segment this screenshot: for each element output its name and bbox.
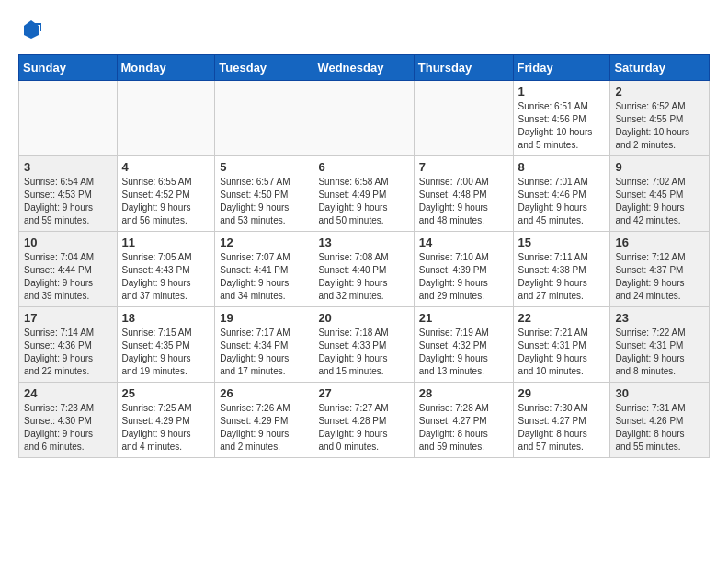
calendar-cell: 19Sunrise: 7:17 AM Sunset: 4:34 PM Dayli… <box>215 307 313 383</box>
calendar-week-0: 1Sunrise: 6:51 AM Sunset: 4:56 PM Daylig… <box>19 81 710 156</box>
day-number: 21 <box>419 311 508 325</box>
header <box>18 18 710 45</box>
day-number: 11 <box>122 236 210 249</box>
calendar-cell: 26Sunrise: 7:26 AM Sunset: 4:29 PM Dayli… <box>215 383 313 458</box>
calendar-week-1: 3Sunrise: 6:54 AM Sunset: 4:53 PM Daylig… <box>19 156 710 232</box>
calendar-cell <box>117 81 215 156</box>
day-info: Sunrise: 7:10 AM Sunset: 4:39 PM Dayligh… <box>419 251 508 303</box>
logo-icon <box>20 18 42 40</box>
day-number: 20 <box>318 311 408 325</box>
logo <box>18 18 42 45</box>
day-number: 23 <box>615 311 704 325</box>
calendar-cell: 2Sunrise: 6:52 AM Sunset: 4:55 PM Daylig… <box>610 81 710 156</box>
day-info: Sunrise: 7:12 AM Sunset: 4:37 PM Dayligh… <box>615 251 704 303</box>
day-info: Sunrise: 7:30 AM Sunset: 4:27 PM Dayligh… <box>518 402 606 454</box>
calendar-cell: 3Sunrise: 6:54 AM Sunset: 4:53 PM Daylig… <box>19 156 118 232</box>
day-number: 14 <box>419 236 508 249</box>
day-info: Sunrise: 7:15 AM Sunset: 4:35 PM Dayligh… <box>122 327 210 378</box>
day-info: Sunrise: 7:14 AM Sunset: 4:36 PM Dayligh… <box>24 327 112 378</box>
calendar-header-monday: Monday <box>117 55 215 81</box>
day-info: Sunrise: 6:55 AM Sunset: 4:52 PM Dayligh… <box>122 176 210 227</box>
calendar-week-2: 10Sunrise: 7:04 AM Sunset: 4:44 PM Dayli… <box>19 232 710 307</box>
day-number: 27 <box>318 386 408 400</box>
calendar-week-3: 17Sunrise: 7:14 AM Sunset: 4:36 PM Dayli… <box>19 307 710 383</box>
calendar-cell: 8Sunrise: 7:01 AM Sunset: 4:46 PM Daylig… <box>513 156 610 232</box>
calendar-cell <box>414 81 513 156</box>
day-number: 2 <box>615 85 704 98</box>
calendar-cell: 22Sunrise: 7:21 AM Sunset: 4:31 PM Dayli… <box>513 307 610 383</box>
calendar-cell: 14Sunrise: 7:10 AM Sunset: 4:39 PM Dayli… <box>414 232 513 307</box>
day-info: Sunrise: 7:25 AM Sunset: 4:29 PM Dayligh… <box>122 402 210 454</box>
day-number: 19 <box>220 311 308 325</box>
day-number: 4 <box>122 160 210 174</box>
day-info: Sunrise: 6:57 AM Sunset: 4:50 PM Dayligh… <box>220 176 308 227</box>
day-number: 25 <box>122 386 210 400</box>
day-info: Sunrise: 7:23 AM Sunset: 4:30 PM Dayligh… <box>24 402 112 454</box>
day-info: Sunrise: 7:31 AM Sunset: 4:26 PM Dayligh… <box>615 402 704 454</box>
day-info: Sunrise: 7:21 AM Sunset: 4:31 PM Dayligh… <box>518 327 606 378</box>
day-number: 13 <box>318 236 408 249</box>
calendar-header-tuesday: Tuesday <box>215 55 313 81</box>
day-number: 10 <box>24 236 112 249</box>
calendar-cell: 20Sunrise: 7:18 AM Sunset: 4:33 PM Dayli… <box>313 307 414 383</box>
day-info: Sunrise: 7:01 AM Sunset: 4:46 PM Dayligh… <box>518 176 606 227</box>
day-number: 16 <box>615 236 704 249</box>
day-info: Sunrise: 6:51 AM Sunset: 4:56 PM Dayligh… <box>518 100 606 152</box>
day-info: Sunrise: 7:08 AM Sunset: 4:40 PM Dayligh… <box>318 251 408 303</box>
day-info: Sunrise: 6:54 AM Sunset: 4:53 PM Dayligh… <box>24 176 112 227</box>
calendar-cell: 9Sunrise: 7:02 AM Sunset: 4:45 PM Daylig… <box>610 156 710 232</box>
calendar-cell: 24Sunrise: 7:23 AM Sunset: 4:30 PM Dayli… <box>19 383 118 458</box>
calendar-header-thursday: Thursday <box>414 55 513 81</box>
day-number: 6 <box>318 160 408 174</box>
day-number: 3 <box>24 160 112 174</box>
calendar-cell <box>313 81 414 156</box>
day-info: Sunrise: 7:26 AM Sunset: 4:29 PM Dayligh… <box>220 402 308 454</box>
calendar-header-sunday: Sunday <box>19 55 118 81</box>
calendar-cell: 11Sunrise: 7:05 AM Sunset: 4:43 PM Dayli… <box>117 232 215 307</box>
calendar-cell: 1Sunrise: 6:51 AM Sunset: 4:56 PM Daylig… <box>513 81 610 156</box>
day-number: 1 <box>518 85 606 98</box>
day-number: 9 <box>615 160 704 174</box>
calendar-cell: 10Sunrise: 7:04 AM Sunset: 4:44 PM Dayli… <box>19 232 118 307</box>
day-number: 7 <box>419 160 508 174</box>
calendar-header-row: SundayMondayTuesdayWednesdayThursdayFrid… <box>19 55 710 81</box>
calendar-cell: 17Sunrise: 7:14 AM Sunset: 4:36 PM Dayli… <box>19 307 118 383</box>
calendar-cell: 13Sunrise: 7:08 AM Sunset: 4:40 PM Dayli… <box>313 232 414 307</box>
calendar-cell: 30Sunrise: 7:31 AM Sunset: 4:26 PM Dayli… <box>610 383 710 458</box>
day-info: Sunrise: 7:28 AM Sunset: 4:27 PM Dayligh… <box>419 402 508 454</box>
day-number: 12 <box>220 236 308 249</box>
day-number: 24 <box>24 386 112 400</box>
calendar-header-wednesday: Wednesday <box>313 55 414 81</box>
day-info: Sunrise: 7:22 AM Sunset: 4:31 PM Dayligh… <box>615 327 704 378</box>
day-number: 26 <box>220 386 308 400</box>
page: SundayMondayTuesdayWednesdayThursdayFrid… <box>0 0 728 467</box>
calendar-cell: 28Sunrise: 7:28 AM Sunset: 4:27 PM Dayli… <box>414 383 513 458</box>
calendar-cell: 12Sunrise: 7:07 AM Sunset: 4:41 PM Dayli… <box>215 232 313 307</box>
day-info: Sunrise: 7:04 AM Sunset: 4:44 PM Dayligh… <box>24 251 112 303</box>
calendar-cell: 21Sunrise: 7:19 AM Sunset: 4:32 PM Dayli… <box>414 307 513 383</box>
day-number: 30 <box>615 386 704 400</box>
calendar-header-saturday: Saturday <box>610 55 710 81</box>
day-number: 15 <box>518 236 606 249</box>
day-number: 28 <box>419 386 508 400</box>
day-number: 29 <box>518 386 606 400</box>
calendar-cell <box>215 81 313 156</box>
day-info: Sunrise: 6:52 AM Sunset: 4:55 PM Dayligh… <box>615 100 704 152</box>
day-info: Sunrise: 7:17 AM Sunset: 4:34 PM Dayligh… <box>220 327 308 378</box>
calendar-cell: 25Sunrise: 7:25 AM Sunset: 4:29 PM Dayli… <box>117 383 215 458</box>
calendar-cell: 4Sunrise: 6:55 AM Sunset: 4:52 PM Daylig… <box>117 156 215 232</box>
day-info: Sunrise: 7:19 AM Sunset: 4:32 PM Dayligh… <box>419 327 508 378</box>
day-info: Sunrise: 6:58 AM Sunset: 4:49 PM Dayligh… <box>318 176 408 227</box>
day-info: Sunrise: 7:02 AM Sunset: 4:45 PM Dayligh… <box>615 176 704 227</box>
day-info: Sunrise: 7:27 AM Sunset: 4:28 PM Dayligh… <box>318 402 408 454</box>
calendar-cell: 23Sunrise: 7:22 AM Sunset: 4:31 PM Dayli… <box>610 307 710 383</box>
day-number: 5 <box>220 160 308 174</box>
day-info: Sunrise: 7:18 AM Sunset: 4:33 PM Dayligh… <box>318 327 408 378</box>
calendar-cell: 27Sunrise: 7:27 AM Sunset: 4:28 PM Dayli… <box>313 383 414 458</box>
calendar-cell: 18Sunrise: 7:15 AM Sunset: 4:35 PM Dayli… <box>117 307 215 383</box>
calendar-cell: 5Sunrise: 6:57 AM Sunset: 4:50 PM Daylig… <box>215 156 313 232</box>
calendar-cell: 7Sunrise: 7:00 AM Sunset: 4:48 PM Daylig… <box>414 156 513 232</box>
day-number: 8 <box>518 160 606 174</box>
calendar-week-4: 24Sunrise: 7:23 AM Sunset: 4:30 PM Dayli… <box>19 383 710 458</box>
day-number: 18 <box>122 311 210 325</box>
